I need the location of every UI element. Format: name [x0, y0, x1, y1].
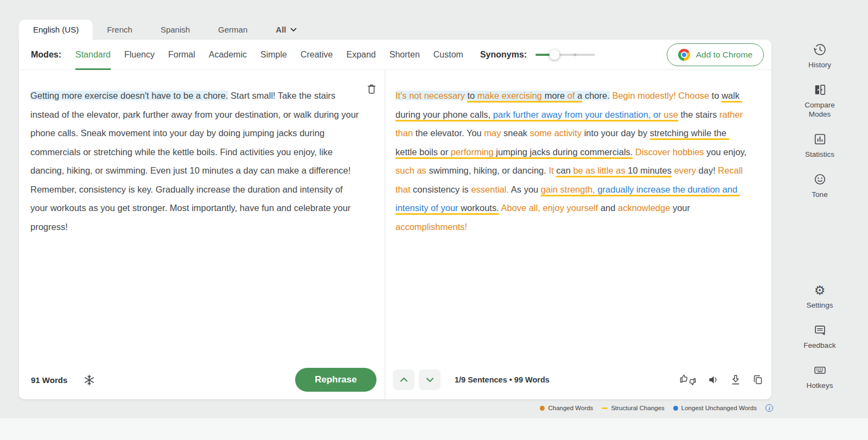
synonyms-slider[interactable]	[535, 54, 595, 56]
text-segment: be as little as	[573, 165, 625, 177]
tab-spanish[interactable]: Spanish	[146, 20, 204, 40]
sidebar-item-label: Hotkeys	[797, 381, 843, 390]
text-segment: of	[567, 91, 575, 103]
text-segment: to	[467, 91, 477, 103]
sidebar-item-statistics[interactable]: Statistics	[797, 133, 843, 159]
sidebar-item-label: History	[797, 60, 843, 69]
speaker-icon	[708, 374, 719, 385]
mode-standard[interactable]: Standard	[75, 40, 111, 70]
tab-german[interactable]: German	[204, 20, 261, 40]
text-segment: 10 minutes	[626, 165, 672, 177]
text-segment: park further away from your destination,…	[493, 110, 664, 122]
input-word-count: 91 Words	[31, 375, 67, 385]
text-segment: Start small! Take the stairs instead of …	[30, 91, 361, 232]
sidebar-item-settings[interactable]: ⚙ Settings	[797, 284, 843, 310]
export-button[interactable]	[731, 374, 741, 385]
paraphraser-card: Modes: Standard Fluency Formal Academic …	[19, 40, 771, 399]
feedback-icon	[814, 324, 826, 336]
sidebar-item-history[interactable]: History	[797, 43, 843, 69]
text-segment: to	[709, 91, 722, 100]
legend-longest-unchanged: Longest Unchanged Words	[673, 405, 757, 411]
sidebar-item-label: Tone	[797, 190, 843, 199]
text-segment: the stairs	[678, 110, 719, 119]
sidebar-item-feedback[interactable]: Feedback	[797, 324, 843, 350]
mode-academic[interactable]: Academic	[209, 40, 247, 70]
input-text[interactable]: Getting more exercise doesn't have to be…	[30, 86, 362, 236]
text-segment: performing	[451, 147, 494, 159]
info-icon[interactable]: i	[765, 404, 773, 412]
read-aloud-button[interactable]	[708, 374, 719, 385]
text-segment: accomplishments!	[395, 222, 467, 232]
output-actions	[680, 373, 763, 387]
sidebar-item-label: Statistics	[797, 150, 843, 159]
input-footer: 91 Words Rephrase	[31, 368, 376, 392]
slider-tick	[573, 53, 576, 56]
synonyms-control: Synonyms:	[480, 50, 595, 60]
text-segment: can	[556, 165, 573, 177]
feedback-thumbs-button[interactable]	[680, 373, 696, 387]
keyboard-icon	[814, 364, 826, 377]
sidebar-item-compare-modes[interactable]: Compare Modes	[797, 84, 843, 119]
text-segment: gain strength,	[541, 184, 595, 196]
tab-french[interactable]: French	[93, 20, 146, 40]
slider-thumb[interactable]	[550, 49, 560, 60]
sidebar-item-hotkeys[interactable]: Hotkeys	[797, 364, 843, 390]
footer-band	[0, 418, 868, 440]
trash-icon	[367, 84, 376, 94]
next-sentence-button[interactable]	[419, 369, 441, 390]
tab-english-us[interactable]: English (US)	[19, 20, 93, 40]
mode-fluency[interactable]: Fluency	[124, 40, 155, 70]
legend-label: Changed Words	[548, 405, 593, 411]
text-segment: workouts.	[458, 203, 499, 215]
output-text[interactable]: It's not necessary to make exercising mo…	[395, 86, 749, 236]
text-segment: your	[670, 203, 692, 213]
output-panel: It's not necessary to make exercising mo…	[385, 71, 771, 399]
mode-custom[interactable]: Custom	[433, 40, 463, 70]
gear-icon: ⚙	[814, 284, 826, 296]
text-segment: may	[484, 128, 501, 138]
statistics-icon	[814, 133, 826, 145]
tab-all-label: All	[276, 25, 286, 34]
text-segment: chore.	[582, 91, 609, 100]
prev-sentence-button[interactable]	[393, 369, 414, 390]
sidebar-item-tone[interactable]: Tone	[797, 173, 843, 199]
freeze-words-button[interactable]	[84, 374, 95, 386]
text-segment: the elevator. You	[413, 128, 484, 138]
text-segment: Discover hobbies	[635, 147, 704, 157]
output-footer: 1/9 Sentences • 99 Words	[393, 368, 763, 392]
mode-shorten[interactable]: Shorten	[390, 40, 420, 70]
mode-formal[interactable]: Formal	[168, 40, 195, 70]
text-segment: and	[598, 203, 618, 213]
sidebar-item-label: Settings	[797, 301, 843, 310]
text-segment: swimming, hiking, or dancing.	[426, 165, 549, 175]
mode-simple[interactable]: Simple	[260, 40, 287, 70]
text-segment: essential.	[471, 184, 509, 194]
snowflake-icon	[84, 374, 95, 386]
yellow-dash-icon	[602, 407, 608, 409]
modes-label: Modes:	[31, 50, 61, 60]
modes-bar: Modes: Standard Fluency Formal Academic …	[19, 40, 771, 70]
mode-creative[interactable]: Creative	[301, 40, 333, 70]
mode-expand[interactable]: Expand	[346, 40, 375, 70]
text-segment: As you	[509, 184, 541, 194]
rephrase-button[interactable]: Rephrase	[295, 368, 376, 392]
text-segment: use	[663, 110, 678, 122]
text-segment: Above all, enjoy yourself	[501, 203, 598, 213]
text-segment: make exercising	[477, 91, 542, 103]
text-segment: some activity	[530, 128, 582, 138]
thumbs-up-down-icon	[680, 373, 696, 387]
copy-output-button[interactable]	[752, 374, 763, 385]
sidebar-item-label: Feedback	[797, 341, 843, 350]
text-segment: a	[575, 91, 583, 103]
text-segment: jumping jacks during commercials.	[494, 147, 633, 159]
clear-input-button[interactable]	[367, 84, 376, 94]
add-to-chrome-button[interactable]: Add to Chrome	[667, 43, 764, 66]
chevron-down-icon	[290, 28, 297, 32]
history-icon	[814, 43, 826, 56]
text-segment: Getting more exercise doesn't have to be…	[30, 91, 228, 100]
synonyms-label: Synonyms:	[480, 50, 527, 60]
text-segment: such as	[395, 165, 426, 175]
legend-label: Structural Changes	[611, 405, 664, 411]
language-tabs: English (US) French Spanish German All	[19, 20, 307, 40]
tab-all-languages[interactable]: All	[261, 20, 307, 40]
